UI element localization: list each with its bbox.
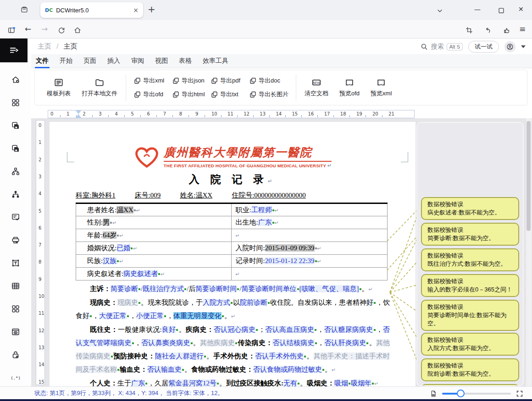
export-button[interactable]: 导出txt [211,88,249,100]
ribbon-tab-4[interactable]: 插入 [106,54,121,68]
input-field[interactable]: 无有 [283,379,297,386]
input-field[interactable]: 简要诊断时间 [195,285,237,292]
search-input[interactable]: 搜索 Alt S [420,43,463,51]
thumbs-up-icon[interactable] [503,25,511,34]
fit-page-icon[interactable] [429,389,438,398]
input-field[interactable]: 简要诊断时间单位 [242,285,297,292]
input-field[interactable]: 入院方式 [203,299,230,306]
input-field[interactable]: 已婚 [116,244,130,252]
input-field[interactable]: 广东 [131,379,145,386]
table-cell[interactable]: ↵ [232,229,388,242]
zoom-slider[interactable] [442,389,511,397]
maximize-button[interactable] [497,6,505,15]
tab-close-icon[interactable]: × [133,6,139,14]
home-icon[interactable] [73,25,82,34]
breadcrumb-root[interactable]: 主页 [38,42,51,50]
new-tab-button[interactable]: + [148,4,155,15]
export-button[interactable]: 导出长图片 [249,88,293,100]
zoom-slider-thumb[interactable] [457,390,465,397]
sidebar-window-preview-icon[interactable] [11,327,20,336]
table-cell[interactable]: 入院时间:2015-01-09 09:39↵ [232,242,388,255]
validation-error-card[interactable]: 数据校验错误简要诊断:数据不能为空。 [421,223,519,246]
readonly-field[interactable]: 男 [103,219,110,226]
sidebar-home-add-icon[interactable] [11,75,20,84]
input-field[interactable]: 否认肝炎病史 [324,339,366,346]
close-button[interactable]: ✕ [518,5,524,13]
sidebar-printer-check-icon[interactable] [11,236,20,245]
back-button[interactable]: ← [25,24,31,33]
record-paragraph[interactable]: 个人史：生于广东，久居紫金县河窝12号。到过疫区接触疫水:无有。吸烟史：吸烟吸烟… [76,377,390,386]
scrollbar-thumb[interactable] [526,121,531,231]
table-cell[interactable]: 职业:工程师↵ [232,203,388,216]
sidebar-form-check-icon[interactable] [11,213,20,222]
ribbon-tab-8[interactable]: 效率工具 [202,54,229,68]
validation-error-card[interactable]: 数据校验错误输入的数字必须在0－365之间！ [421,274,519,297]
info-field[interactable]: 住院号:000000000000000 [232,191,306,200]
sidebar-toggle-icon[interactable] [7,25,16,34]
input-field[interactable]: 院前诊断 [240,299,267,306]
input-field[interactable]: 吸烟 [334,379,348,386]
input-field[interactable]: 否认手术外伤史 [255,352,304,360]
input-field[interactable]: 小便正常 [136,312,164,319]
input-field[interactable]: 否认结核病史 [272,339,314,346]
readonly-field[interactable]: 温XX [116,206,133,214]
input-field[interactable]: 好 [83,312,89,319]
try-it-button[interactable]: 试一试 [468,41,499,53]
app-menu-icon[interactable]: ≡ [519,24,526,33]
clear-document-button[interactable]: NEW 清空文档 [299,77,334,98]
ribbon-tab-2[interactable]: 开始 [59,54,73,68]
export-button[interactable]: 导出pdf [211,75,249,87]
sidebar-lock-icon[interactable] [11,350,20,359]
input-field[interactable]: 简要诊断 [111,285,138,292]
sidebar-apps-grid-icon[interactable] [11,98,20,107]
table-cell[interactable]: 患者姓名:温XX↵ [76,203,232,216]
input-placeholder[interactable]: 其他疾病史 [200,339,235,346]
input-field[interactable]: [咳嗽、气促、喘息] [299,285,359,292]
ribbon-tab-5[interactable]: 审阅 [130,54,145,68]
preview-ofd-button[interactable]: 预览ofd [334,77,365,98]
tab-library-icon[interactable] [20,5,28,14]
table-cell[interactable]: 记录时间:2015-01-12 22:39↵ [232,255,388,268]
input-field[interactable]: 否认鼻窦炎病史 [141,339,190,346]
export-button[interactable]: 导出ofd [133,88,172,100]
browser-tab[interactable]: DC DCWriter5.0 × [40,2,143,18]
input-field[interactable]: 吸烟年 [351,379,371,386]
sidebar-org-tree-icon[interactable] [11,167,20,176]
horizontal-ruler[interactable]: 0123456789101112131415161718192021 [48,110,415,118]
input-field[interactable]: 大便正常 [99,312,127,319]
input-field[interactable]: 否认糖尿病病史 [324,326,373,333]
input-field[interactable]: 否认食物或药物过敏史 [253,366,322,373]
input-field[interactable]: 2015-01-12 22:39 [265,257,315,264]
info-field[interactable]: 姓名:温XX [180,191,212,200]
table-cell[interactable]: 婚姻状况:已婚↵ [76,242,232,255]
table-cell[interactable]: ↵ [232,268,388,280]
tab-list-chevron-icon[interactable] [436,7,444,15]
ribbon-tab-6[interactable]: 视图 [154,54,169,68]
indent-marker-bottom[interactable] [76,114,81,118]
input-field[interactable]: 随社会人群进行 [155,352,204,360]
input-field[interactable]: 否认高血压病史 [265,326,314,333]
input-field[interactable]: 否认冠心病史 [214,326,255,333]
account-caret-icon[interactable] [521,45,526,48]
sidebar-apps-grid-icon[interactable] [11,304,20,313]
validation-error-card[interactable]: 数据校验错误入院方式:数据不能为空。 [421,333,519,356]
fullscreen-icon[interactable] [515,389,524,398]
sidebar-text-frame-icon[interactable] [11,258,20,268]
input-field[interactable]: 紫金县河窝12号 [168,379,216,386]
table-cell[interactable]: 病史叙述者:病史叙述者↵ [76,268,232,280]
vertical-ruler[interactable]: 0123456789101112131415 [36,120,45,385]
export-button[interactable]: 导出html [172,88,211,100]
input-field[interactable]: 否认输血史 [147,366,182,373]
sidebar-org-tree-filled-icon[interactable] [11,190,20,199]
input-field[interactable]: 良好 [162,326,176,333]
table-cell[interactable]: 性别:男↵ [76,216,232,229]
input-field[interactable]: 病史叙述者 [123,270,158,277]
reload-icon[interactable] [57,25,66,34]
document-scrollbar[interactable] [526,118,532,386]
input-placeholder[interactable]: 现病史 [117,299,138,306]
input-field[interactable]: 工程师 [251,206,272,214]
input-field[interactable]: 好 [366,299,373,306]
input-field[interactable]: 既往治疗方式 [143,285,184,292]
export-button[interactable]: 导出json [172,75,211,87]
screenshot-crop-icon[interactable] [465,25,473,34]
